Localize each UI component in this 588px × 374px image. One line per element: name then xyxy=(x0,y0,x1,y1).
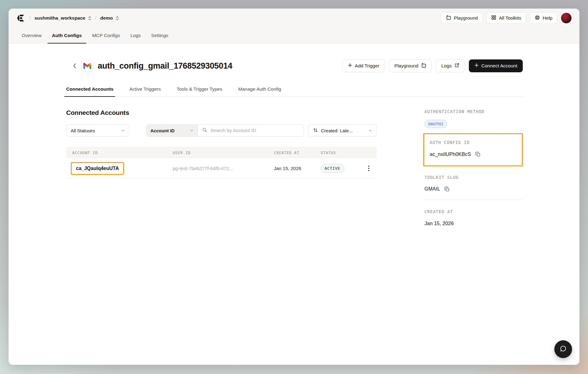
created-at-cell: Jan 15, 2026 xyxy=(274,166,321,171)
account-id-highlight-box: ca_JQauIq4euUTA xyxy=(71,162,124,175)
toolkit-slug-label: TOOLKIT SLUG xyxy=(423,175,523,180)
playground-button[interactable]: Playground xyxy=(389,59,432,72)
logs-button[interactable]: Logs xyxy=(436,59,465,72)
connect-account-label: Connect Account xyxy=(481,63,517,69)
playground-label: Playground xyxy=(394,63,418,69)
row-menu-kebab-icon[interactable] xyxy=(368,166,377,171)
composio-logo-icon[interactable] xyxy=(17,13,26,23)
top-bar-actions: Playground All Toolkits xyxy=(441,12,571,24)
playground-icon xyxy=(421,63,426,69)
breadcrumb-project[interactable]: demo xyxy=(100,15,113,21)
playground-nav-label: Playground xyxy=(454,15,478,21)
created-at-label: CREATED AT xyxy=(423,209,523,214)
top-bar: / sushmitha_workspace / demo xyxy=(9,9,579,28)
plus-icon xyxy=(348,63,352,69)
user-id-cell: pg-test-7beb277f-64f0-472... xyxy=(173,166,274,171)
auth-method-badge: OAUTH2 xyxy=(424,120,447,128)
auth-config-id-label: AUTH CONFIG ID xyxy=(428,140,518,145)
chat-bubble-icon xyxy=(559,345,567,354)
workspace-switcher-icon[interactable] xyxy=(88,16,92,21)
search-field-value: Account ID xyxy=(150,128,175,133)
search-box xyxy=(198,125,303,136)
filter-row: All Statuses Account ID xyxy=(66,124,377,137)
connect-account-button[interactable]: Connect Account xyxy=(469,59,523,72)
breadcrumb-workspace[interactable]: sushmitha_workspace xyxy=(34,15,85,21)
external-link-icon xyxy=(454,63,459,69)
status-filter-select[interactable]: All Statuses xyxy=(66,124,130,137)
table-header-row: ACCOUNT ID USER ID CREATED AT STATUS xyxy=(66,147,377,158)
col-header-status: STATUS xyxy=(321,150,357,155)
tab-auth-configs[interactable]: Auth Configs xyxy=(47,28,87,43)
plus-icon xyxy=(474,63,479,69)
search-input[interactable] xyxy=(210,128,299,133)
tab-mcp-configs[interactable]: MCP Configs xyxy=(87,28,125,43)
playground-nav-button[interactable]: Playground xyxy=(441,12,483,24)
user-avatar[interactable] xyxy=(561,13,571,23)
toolkit-slug-value: GMAIL xyxy=(424,186,440,192)
subtab-tools-trigger-types[interactable]: Tools & Trigger Types xyxy=(177,86,222,96)
back-button[interactable] xyxy=(72,62,77,70)
grid-icon xyxy=(491,15,496,21)
logs-label: Logs xyxy=(441,63,452,69)
status-badge: ACTIVE xyxy=(321,164,344,173)
chat-support-button[interactable] xyxy=(554,340,572,358)
detail-tab-bar: Connected Accounts Active Triggers Tools… xyxy=(66,86,523,97)
breadcrumb-separator: / xyxy=(95,15,96,21)
col-header-created-at: CREATED AT xyxy=(274,150,321,155)
tab-logs[interactable]: Logs xyxy=(125,28,146,43)
chevron-down-icon xyxy=(190,128,194,133)
copy-icon[interactable] xyxy=(444,187,450,192)
app-window: / sushmitha_workspace / demo xyxy=(9,9,579,365)
status-cell: ACTIVE xyxy=(321,164,357,173)
help-lifebuoy-icon xyxy=(535,15,540,21)
page-title: auth_config_gmail_1768529305014 xyxy=(98,61,232,71)
breadcrumb-separator: / xyxy=(29,15,31,21)
connected-accounts-table: ACCOUNT ID USER ID CREATED AT STATUS ca_… xyxy=(66,147,377,179)
auth-config-details-panel: AUTHENTICATION METHOD OAUTH2 AUTH CONFIG… xyxy=(423,109,523,226)
gmail-toolkit-icon xyxy=(81,60,93,72)
table-row[interactable]: ca_JQauIq4euUTA pg-test-7beb277f-64f0-47… xyxy=(66,158,377,179)
page-header: auth_config_gmail_1768529305014 Add Trig… xyxy=(66,59,523,72)
account-search-group: Account ID xyxy=(146,124,304,137)
add-trigger-button[interactable]: Add Trigger xyxy=(342,59,385,72)
tab-overview[interactable]: Overview xyxy=(17,28,47,43)
col-header-account-id: ACCOUNT ID xyxy=(66,150,173,155)
tab-settings[interactable]: Settings xyxy=(146,28,174,43)
chevron-down-icon xyxy=(368,128,372,133)
section-heading: Connected Accounts xyxy=(66,109,377,116)
project-tab-bar: Overview Auth Configs MCP Configs Logs S… xyxy=(9,28,579,43)
search-field-select[interactable]: Account ID xyxy=(146,125,198,136)
auth-config-id-highlight-box: AUTH CONFIG ID ac_nxiIUPh0KBcS xyxy=(423,133,523,166)
status-filter-value: All Statuses xyxy=(71,128,95,133)
project-switcher-icon[interactable] xyxy=(115,16,119,21)
search-icon xyxy=(202,127,207,134)
all-toolkits-label: All Toolkits xyxy=(499,15,521,21)
account-id-cell: ca_JQauIq4euUTA xyxy=(66,162,173,175)
sort-arrows-icon xyxy=(313,128,318,134)
created-at-value: Jan 15, 2026 xyxy=(424,221,454,226)
help-label: Help xyxy=(543,15,552,21)
auth-method-label: AUTHENTICATION METHOD xyxy=(423,109,523,114)
subtab-active-triggers[interactable]: Active Triggers xyxy=(129,86,161,96)
add-trigger-label: Add Trigger xyxy=(355,63,379,69)
page-actions: Add Trigger Playground Logs xyxy=(342,59,523,72)
subtab-connected-accounts[interactable]: Connected Accounts xyxy=(66,86,113,96)
col-header-user-id: USER ID xyxy=(173,150,274,155)
connected-accounts-panel: Connected Accounts All Statuses Account … xyxy=(66,109,377,226)
sort-select[interactable]: Created: Late... xyxy=(308,124,377,137)
help-button[interactable]: Help xyxy=(530,12,557,24)
copy-icon[interactable] xyxy=(475,152,481,157)
auth-config-id-value: ac_nxiIUPh0KBcS xyxy=(430,151,471,157)
divider xyxy=(423,200,523,200)
page-content: auth_config_gmail_1768529305014 Add Trig… xyxy=(9,43,579,365)
subtab-manage-auth-config[interactable]: Manage Auth Config xyxy=(238,86,281,96)
all-toolkits-button[interactable]: All Toolkits xyxy=(486,12,526,24)
chevron-down-icon xyxy=(121,128,125,133)
sort-value: Created: Late... xyxy=(321,128,365,133)
playground-icon xyxy=(446,15,451,21)
